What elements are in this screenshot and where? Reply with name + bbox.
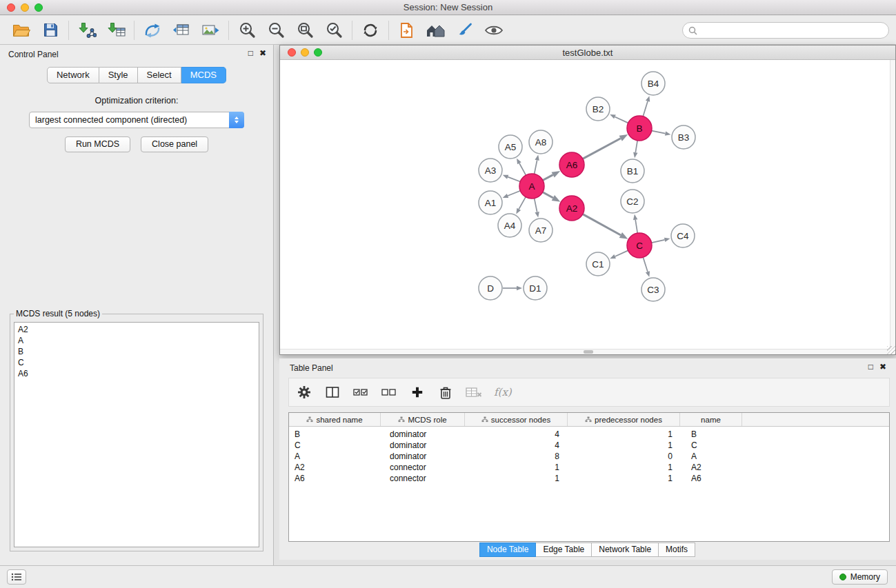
network-edge-A-A6[interactable] [543,175,553,181]
network-edge-C-C4[interactable] [652,240,665,243]
network-edge-A-A4[interactable] [519,197,526,210]
delete-table-button[interactable] [466,384,482,401]
network-edge-A-A5[interactable] [519,163,526,175]
zoom-selected-button[interactable] [319,18,348,43]
table-row[interactable]: A2connector11A2 [289,462,889,473]
network-edge-A-A3[interactable] [508,177,520,182]
select-all-button[interactable] [352,384,369,401]
tab-network[interactable]: Network [47,67,99,83]
close-panel-button[interactable]: ✖ [259,48,266,58]
network-edge-B-B3[interactable] [652,131,666,134]
network-node-B1[interactable]: B1 [621,159,644,183]
import-table-button[interactable] [101,18,130,43]
network-node-A5[interactable]: A5 [499,135,522,159]
float-table-panel-button[interactable]: □ [868,362,873,372]
export-table-button[interactable] [167,18,196,43]
home-button[interactable] [421,18,450,43]
toggle-details-button[interactable] [479,18,508,43]
network-node-D1[interactable]: D1 [524,276,547,300]
mcds-result-list[interactable]: A2ABCA6 [14,322,259,547]
zoom-fit-button[interactable] [290,18,319,43]
network-edge-B-B1[interactable] [635,141,637,153]
network-node-C2[interactable]: C2 [621,190,644,213]
network-canvas[interactable]: B4B2BB3A5A8A6B1A3AC2A1A2A4A7C4CC1C3DD1 [280,60,890,349]
run-mcds-button[interactable]: Run MCDS [65,136,130,152]
table-settings-button[interactable] [296,384,312,401]
add-column-button[interactable] [409,384,426,401]
tab-mcds[interactable]: MCDS [181,67,226,83]
column-header-shared-name[interactable]: shared name [289,413,381,426]
network-edge-A-A1[interactable] [508,191,520,196]
network-edge-C-C3[interactable] [643,257,648,272]
network-edge-A2-C[interactable] [583,214,621,235]
tab-network-table[interactable]: Network Table [591,543,659,557]
network-node-A3[interactable]: A3 [479,159,502,182]
network-edge-A6-B[interactable] [583,139,621,159]
network-edge-B-B4[interactable] [643,101,648,116]
result-item[interactable]: A6 [14,368,259,379]
close-panel-action-button[interactable]: Close panel [141,136,208,152]
unselect-all-button[interactable] [381,384,397,401]
refresh-button[interactable] [356,18,385,43]
network-node-C3[interactable]: C3 [641,278,665,301]
column-header-mcds-role[interactable]: MCDS role [381,413,465,426]
network-edge-A-A2[interactable] [543,192,553,198]
network-node-D[interactable]: D [479,276,502,300]
result-item[interactable]: B [14,346,259,357]
tab-select[interactable]: Select [138,67,181,83]
search-input[interactable] [682,22,889,39]
result-item[interactable]: C [14,357,259,368]
float-panel-button[interactable]: □ [248,48,253,58]
show-columns-button[interactable] [324,384,341,401]
column-header-name[interactable]: name [680,413,742,426]
table-row[interactable]: A6connector11A6 [289,473,889,484]
network-node-A1[interactable]: A1 [479,191,502,214]
column-header-predecessor-nodes[interactable]: predecessor nodes [568,413,680,426]
scrollbar-thumb[interactable] [584,350,593,354]
style-paint-button[interactable] [450,18,479,43]
zoom-in-button[interactable] [232,18,261,43]
table-row[interactable]: Cdominator41C [289,440,889,451]
task-history-button[interactable] [7,569,26,585]
network-node-B2[interactable]: B2 [586,97,610,121]
tab-node-table[interactable]: Node Table [479,543,537,557]
network-graph[interactable]: B4B2BB3A5A8A6B1A3AC2A1A2A4A7C4CC1C3DD1 [280,60,890,349]
table-row[interactable]: Bdominator41B [289,429,889,440]
open-session-button[interactable] [7,18,36,43]
network-node-A8[interactable]: A8 [529,130,552,154]
network-node-C1[interactable]: C1 [586,252,610,276]
save-session-button[interactable] [36,18,65,43]
function-builder-button[interactable]: f(x) [494,386,512,398]
column-header-successor-nodes[interactable]: successor nodes [465,413,568,426]
network-window-titlebar[interactable]: testGlobe.txt [280,45,895,60]
tab-edge-table[interactable]: Edge Table [535,543,592,557]
network-node-A7[interactable]: A7 [529,219,552,242]
open-document-button[interactable] [392,18,421,43]
resize-grip-icon[interactable] [887,346,895,354]
delete-column-button[interactable] [437,384,454,401]
result-item[interactable]: A [14,335,259,346]
export-image-button[interactable] [196,18,225,43]
network-node-C[interactable]: C [627,233,652,258]
table-row[interactable]: Adominator80A [289,451,889,462]
network-edge-A-A8[interactable] [535,160,537,174]
network-edge-B-B2[interactable] [615,116,628,123]
export-network-button[interactable] [138,18,167,43]
network-node-A2[interactable]: A2 [559,196,584,221]
network-node-B4[interactable]: B4 [641,72,665,95]
zoom-out-button[interactable] [261,18,290,43]
network-horizontal-scrollbar[interactable] [280,349,890,354]
import-network-button[interactable] [72,18,101,43]
memory-button[interactable]: Memory [832,569,888,585]
network-edge-A-A7[interactable] [535,199,537,212]
network-edge-C-C1[interactable] [615,250,628,256]
network-node-A4[interactable]: A4 [498,214,521,237]
network-node-B3[interactable]: B3 [672,125,695,149]
tab-motifs[interactable]: Motifs [658,543,695,557]
result-item[interactable]: A2 [14,324,259,335]
network-node-A6[interactable]: A6 [559,152,584,177]
criterion-dropdown[interactable]: largest connected component (directed) [29,112,244,128]
tab-style[interactable]: Style [99,67,138,83]
network-node-B[interactable]: B [627,116,652,141]
close-table-panel-button[interactable]: ✖ [879,362,886,372]
